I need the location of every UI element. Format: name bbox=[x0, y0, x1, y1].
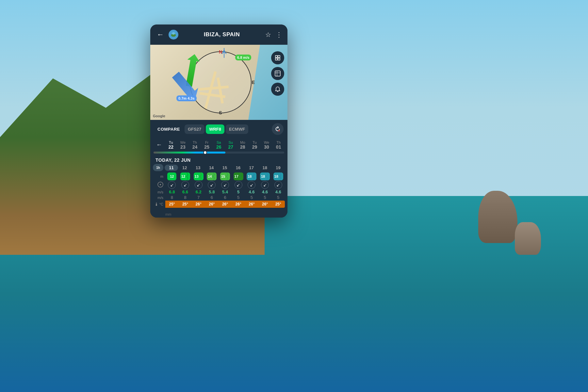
notifications-button[interactable] bbox=[271, 83, 284, 96]
date-item-7[interactable]: Tu 29 bbox=[249, 140, 260, 150]
svg-rect-9 bbox=[278, 56, 280, 57]
temp-7: 26° bbox=[258, 201, 272, 208]
date-item-3[interactable]: Fr 25 bbox=[201, 140, 213, 150]
date-back-button[interactable]: ← bbox=[154, 140, 165, 150]
date-day-9: Th bbox=[273, 140, 284, 144]
date-item-1[interactable]: We 23 bbox=[177, 140, 189, 150]
date-num-6: 28 bbox=[237, 144, 249, 150]
map-buttons bbox=[271, 51, 284, 96]
date-item-6[interactable]: Mo 28 bbox=[237, 140, 249, 150]
svg-rect-12 bbox=[275, 71, 280, 76]
data-table: 1h 11 12 13 14 15 16 17 18 19 m 12 12 bbox=[150, 164, 287, 211]
date-num-9: 01 bbox=[273, 144, 284, 150]
compass-south: S bbox=[219, 110, 222, 115]
progress-indicator bbox=[203, 151, 207, 155]
date-day-3: Fr bbox=[201, 140, 213, 144]
location-avatar bbox=[169, 30, 178, 40]
wave-0: 12 bbox=[165, 172, 179, 180]
date-item-2[interactable]: Th 24 bbox=[189, 140, 201, 150]
hour-19[interactable]: 19 bbox=[271, 165, 285, 170]
date-day-5: Su bbox=[225, 140, 237, 144]
favorite-button[interactable]: ☆ bbox=[265, 31, 271, 39]
date-item-9[interactable]: Th 01 bbox=[273, 140, 284, 150]
back-button[interactable]: ← bbox=[155, 29, 165, 40]
wind-speed-label: m/s bbox=[153, 190, 165, 194]
temp-6: 26° bbox=[245, 201, 258, 208]
date-num-0: 22 bbox=[165, 144, 177, 150]
date-num-2: 24 bbox=[189, 144, 201, 150]
wave-badge-2: 13 bbox=[194, 172, 204, 180]
date-item-0[interactable]: Tu 22 bbox=[165, 140, 177, 150]
gfs27-tab[interactable]: GFS27 bbox=[185, 124, 204, 134]
date-item-5[interactable]: Su 27 bbox=[225, 140, 237, 150]
compass-east: E bbox=[252, 80, 255, 85]
svg-point-2 bbox=[172, 32, 175, 35]
map-view-button[interactable] bbox=[271, 67, 284, 80]
wave-6: 18 bbox=[245, 172, 258, 180]
temp-2: 26° bbox=[192, 201, 205, 208]
hour-14[interactable]: 14 bbox=[205, 165, 218, 170]
timeline-progress[interactable] bbox=[154, 152, 284, 154]
wind-turbine-icon bbox=[220, 48, 228, 59]
date-item-4[interactable]: Sa 26 bbox=[213, 140, 224, 150]
wave-3: 14 bbox=[205, 172, 219, 180]
dir-circle-1: ↙ bbox=[181, 181, 189, 189]
gust-label: m/s bbox=[153, 196, 165, 200]
date-day-4: Sa bbox=[213, 140, 224, 144]
temp-0: 25° bbox=[165, 201, 179, 208]
mm-label: mm bbox=[150, 211, 287, 218]
wind-8: 4.6 bbox=[271, 189, 285, 194]
wind-3: 5.8 bbox=[205, 189, 219, 194]
wave-badge-5: 17 bbox=[234, 172, 243, 180]
hour-17[interactable]: 17 bbox=[245, 165, 258, 170]
svg-rect-11 bbox=[278, 58, 280, 60]
gust-8: 5 bbox=[271, 195, 285, 200]
dir-circle-4: ↙ bbox=[221, 181, 229, 189]
date-num-1: 23 bbox=[177, 144, 189, 150]
hour-12[interactable]: 12 bbox=[178, 165, 191, 170]
date-item-8[interactable]: We 30 bbox=[261, 140, 272, 150]
svg-rect-10 bbox=[275, 58, 277, 60]
hour-18[interactable]: 18 bbox=[258, 165, 271, 170]
dir-1: ↙ bbox=[179, 181, 192, 189]
direction-row: ↙ ↙ ↙ ↙ ↙ ↙ ↙ ↙ ↙ bbox=[153, 181, 285, 189]
wind-4: 5.4 bbox=[219, 189, 232, 194]
dir-circle-7: ↙ bbox=[261, 181, 269, 189]
gust-row: m/s 8 8 7 6 6 5 5 5 5 bbox=[153, 195, 285, 200]
hour-16[interactable]: 16 bbox=[231, 165, 245, 170]
wind-6: 4.6 bbox=[245, 189, 258, 194]
gust-7: 5 bbox=[258, 195, 272, 200]
dir-4: ↙ bbox=[219, 181, 232, 189]
date-num-3: 25 bbox=[201, 144, 213, 150]
temp-1: 25° bbox=[179, 201, 192, 208]
more-options-button[interactable]: ⋮ bbox=[276, 31, 282, 39]
layers-button[interactable] bbox=[271, 51, 284, 64]
wrf8-tab[interactable]: WRF8 bbox=[206, 124, 224, 134]
wind-speed-label: 6.8 m/s bbox=[235, 55, 251, 60]
hour-15[interactable]: 15 bbox=[218, 165, 232, 170]
wind-7: 4.6 bbox=[258, 189, 272, 194]
wave-badge-4: 15 bbox=[220, 172, 230, 180]
temp-5: 26° bbox=[232, 201, 245, 208]
wave-badge-0: 12 bbox=[167, 172, 176, 180]
wave-badge-6: 18 bbox=[247, 172, 256, 180]
hour-13[interactable]: 13 bbox=[191, 165, 205, 170]
temp-4: 26° bbox=[219, 201, 232, 208]
gust-3: 6 bbox=[205, 195, 219, 200]
gust-1: 8 bbox=[179, 195, 192, 200]
wave-badge-1: 12 bbox=[180, 172, 190, 180]
date-day-6: Mo bbox=[237, 140, 249, 144]
dir-3: ↙ bbox=[205, 181, 219, 189]
dir-circle-2: ↙ bbox=[195, 181, 203, 189]
hour-indicator[interactable]: 1h bbox=[153, 164, 163, 171]
compare-tab[interactable]: COMPARE bbox=[154, 124, 183, 134]
wave-7: 18 bbox=[258, 172, 272, 180]
refresh-button[interactable] bbox=[272, 123, 284, 135]
direction-label bbox=[153, 182, 165, 188]
ecmwf-tab[interactable]: ECMWF bbox=[226, 124, 248, 134]
wind-1: 6.6 bbox=[179, 189, 192, 194]
date-num-4: 26 bbox=[213, 144, 224, 150]
hour-11[interactable]: 11 bbox=[165, 165, 178, 171]
wind-2: 6.2 bbox=[192, 189, 205, 194]
svg-rect-8 bbox=[275, 56, 277, 57]
